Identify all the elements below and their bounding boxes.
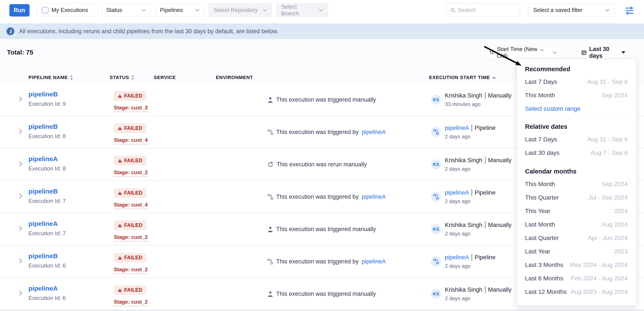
date-menu-item[interactable]: This Year 2024 <box>525 204 628 218</box>
date-menu-item-range: Apr - Jun 2024 <box>588 234 628 242</box>
select-repository-dropdown[interactable]: Select Repository <box>208 3 272 17</box>
execution-id: Execution Id: 6 <box>28 295 66 302</box>
expand-chevron-icon[interactable] <box>18 258 23 264</box>
triggered-by-name: Krishika Singh <box>445 286 482 293</box>
expand-chevron-icon[interactable] <box>18 161 23 167</box>
separator-bar <box>472 124 472 132</box>
my-executions-checkbox[interactable] <box>42 7 48 14</box>
date-menu-item[interactable]: Select custom range <box>525 102 628 116</box>
status-badge[interactable]: FAILED <box>114 220 146 230</box>
time-ago: 2 days ago <box>445 198 496 204</box>
status-badge[interactable]: FAILED <box>114 253 146 262</box>
my-executions-filter[interactable]: My Executions <box>37 3 98 17</box>
separator-bar <box>485 157 486 164</box>
pipeline-name-link[interactable]: pipelineB <box>28 188 58 195</box>
pipeline-name-link[interactable]: pipelineB <box>28 252 58 260</box>
triggered-by-pipeline-link[interactable]: pipelineA <box>445 125 469 132</box>
search-input[interactable] <box>458 7 516 14</box>
calendar-icon <box>581 49 587 56</box>
avatar: KS <box>431 160 441 170</box>
trigger-pipeline-link[interactable]: pipelineA <box>362 129 386 136</box>
date-menu-item-label: This Month <box>525 181 555 188</box>
execution-start-cell: pipelineAPipeline 2 days ago <box>431 124 496 140</box>
select-branch-label: Select Branch <box>281 4 316 17</box>
byline: Krishika SinghManually <box>445 222 512 228</box>
failed-stage-link[interactable]: Stage: cust_2 <box>114 170 148 177</box>
status-badge[interactable]: FAILED <box>114 285 146 295</box>
failed-stage-link[interactable]: Stage: cust_3 <box>114 105 148 112</box>
date-menu-item[interactable]: Last 3 Months May 2024 - Aug 2024 <box>525 258 628 272</box>
date-menu-item[interactable]: Last 7 Days Aug 31 - Sep 6 <box>525 75 628 88</box>
failed-stage-link[interactable]: Stage: cust_4 <box>114 202 148 209</box>
failed-stage-link[interactable]: Stage: cust_4 <box>114 137 148 144</box>
status-badge[interactable]: FAILED <box>114 123 146 133</box>
status-dropdown[interactable]: Status <box>101 3 151 17</box>
date-menu-section-header: Calendar months <box>525 165 628 178</box>
date-menu-item-range: 2024 <box>614 208 628 214</box>
date-range-button[interactable]: Last 30 days <box>578 46 629 59</box>
person-icon <box>268 226 273 232</box>
column-header[interactable]: SERVICE <box>154 75 176 80</box>
column-header[interactable]: PIPELINE NAME <box>28 75 73 80</box>
trigger-kind: Manually <box>488 222 512 228</box>
sort-arrows-icon[interactable] <box>131 75 134 80</box>
warning-triangle-icon <box>118 126 122 130</box>
pipeline-name-link[interactable]: pipelineA <box>28 285 58 292</box>
run-button[interactable]: Run <box>9 4 30 16</box>
date-menu-item-range: Aug 31 - Sep 6 <box>587 78 628 85</box>
execution-id: Execution Id: 6 <box>28 262 66 269</box>
status-badge[interactable]: FAILED <box>114 91 146 101</box>
date-menu-item[interactable]: This Month Sep 2024 <box>525 178 628 191</box>
select-branch-dropdown[interactable]: Select Branch <box>276 3 328 17</box>
column-header-label: ENVIRONMENT <box>216 75 253 80</box>
trigger-cell: This execution was triggered manually <box>268 290 376 297</box>
saved-filter-label: Select a saved filter <box>533 7 602 14</box>
date-menu-item[interactable]: Last Month Aug 2024 <box>525 218 628 231</box>
expand-chevron-icon[interactable] <box>18 290 23 296</box>
sorted-asc-icon[interactable] <box>492 76 496 78</box>
pipeline-name-link[interactable]: pipelineA <box>28 220 58 227</box>
date-menu-item[interactable]: Last 6 Months Feb 2024 - Aug 2024 <box>525 272 628 285</box>
status-badge[interactable]: FAILED <box>114 188 146 198</box>
trigger-pipeline-link[interactable]: pipelineA <box>362 258 386 265</box>
pipeline-name-link[interactable]: pipelineB <box>28 123 58 130</box>
date-range-label: Last 30 days <box>589 46 618 59</box>
date-menu-item[interactable]: Last 30 days Aug 7 - Sep 6 <box>525 146 628 160</box>
date-menu-item[interactable]: Last Quarter Apr - Jun 2024 <box>525 231 628 245</box>
expand-chevron-icon[interactable] <box>18 96 23 102</box>
pipelines-dropdown[interactable]: Pipelines <box>155 3 204 17</box>
date-menu-item-label: This Month <box>525 92 555 99</box>
date-menu-item[interactable]: Last 7 Days Aug 31 - Sep 6 <box>525 133 628 146</box>
status-badge[interactable]: FAILED <box>114 156 146 166</box>
execution-id: Execution Id: 8 <box>28 165 66 172</box>
trigger-pipeline-link[interactable]: pipelineA <box>362 194 386 200</box>
column-header-label: PIPELINE NAME <box>28 75 68 80</box>
failed-stage-link[interactable]: Stage: cust_2 <box>114 266 148 274</box>
date-menu-item[interactable]: This Quarter Jul - Sep 2024 <box>525 191 628 204</box>
execution-id: Execution Id: 9 <box>28 100 66 107</box>
failed-stage-link[interactable]: Stage: cust_2 <box>114 299 148 306</box>
filter-settings-button[interactable] <box>624 6 634 16</box>
pipeline-name-link[interactable]: pipelineB <box>28 90 58 98</box>
execution-start-cell: KS Krishika SinghManually 2 days ago <box>431 157 512 172</box>
date-menu-item[interactable]: This Month Sep 2024 <box>525 88 628 102</box>
expand-chevron-icon[interactable] <box>18 226 23 232</box>
column-header[interactable]: ENVIRONMENT <box>216 75 253 80</box>
expand-chevron-icon[interactable] <box>18 193 23 199</box>
avatar-pipeline-icon <box>431 256 441 266</box>
column-header[interactable]: EXECUTION START TIME <box>429 75 496 80</box>
saved-filter-dropdown[interactable]: Select a saved filter <box>528 3 614 17</box>
failed-stage-link[interactable]: Stage: cust_2 <box>114 234 148 242</box>
column-header[interactable]: STATUS <box>110 75 134 80</box>
sort-arrows-icon[interactable] <box>70 75 73 80</box>
status-label: FAILED <box>124 93 142 99</box>
sort-dropdown[interactable]: Start Time (New → Old) <box>485 46 561 59</box>
expand-chevron-icon[interactable] <box>18 128 23 134</box>
triggered-by-pipeline-link[interactable]: pipelineA <box>445 190 469 196</box>
date-menu-item[interactable]: Last 12 Months Aug 2023 - Aug 2024 <box>525 285 628 298</box>
date-menu-item[interactable]: Last Year 2023 <box>525 245 628 258</box>
triggered-by-pipeline-link[interactable]: pipelineA <box>445 254 469 261</box>
pipeline-name-link[interactable]: pipelineA <box>28 155 58 162</box>
chevron-down-icon <box>195 9 200 12</box>
total-count: Total: 75 <box>7 49 33 56</box>
